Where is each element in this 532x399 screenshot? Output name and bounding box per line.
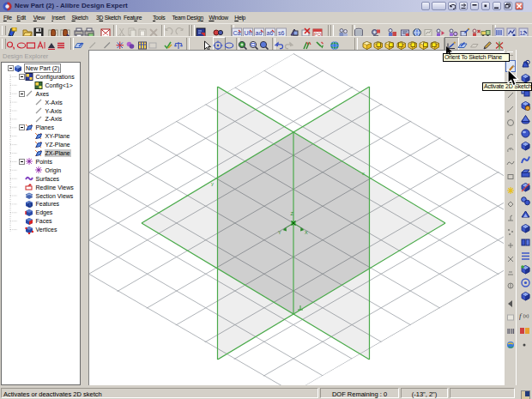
svg-text:12: 12 [520,30,527,36]
svg-text:x: x [362,171,365,176]
svg-text:f: f [519,311,523,320]
svg-text:y: y [211,181,214,186]
svg-text:Y: Y [278,230,281,235]
svg-text:(x): (x) [523,313,529,318]
svg-text:s6: s6 [278,30,285,36]
svg-text:X: X [305,230,308,235]
